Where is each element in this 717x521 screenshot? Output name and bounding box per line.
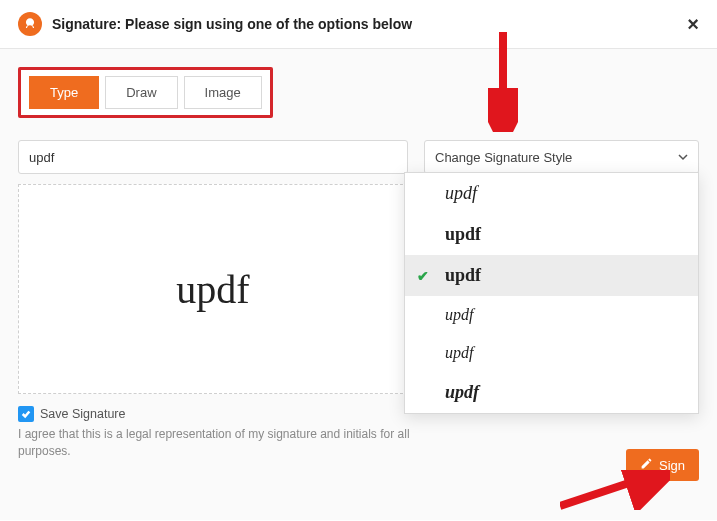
style-option[interactable]: updf — [405, 214, 698, 255]
chevron-down-icon — [678, 150, 688, 165]
signature-preview-text: updf — [176, 266, 249, 313]
save-signature-label: Save Signature — [40, 407, 125, 421]
signature-mode-tabs: Type Draw Image — [18, 67, 273, 118]
style-option[interactable]: updf — [405, 296, 698, 334]
style-option[interactable]: updf — [405, 372, 698, 413]
sign-button[interactable]: Sign — [626, 449, 699, 481]
signature-style-label: Change Signature Style — [435, 150, 572, 165]
signature-preview: updf — [18, 184, 408, 394]
signature-input-row: Change Signature Style — [18, 140, 699, 174]
style-option[interactable]: updf — [405, 334, 698, 372]
dialog-footer: Save Signature I agree that this is a le… — [18, 406, 699, 460]
close-icon[interactable]: × — [687, 14, 699, 34]
edit-icon — [640, 457, 653, 473]
dialog-header: Signature: Please sign using one of the … — [0, 0, 717, 49]
signature-text-input[interactable] — [18, 140, 408, 174]
app-logo-icon — [18, 12, 42, 36]
style-option-selected[interactable]: ✔ updf — [405, 255, 698, 296]
disclaimer-text: I agree that this is a legal representat… — [18, 426, 438, 460]
signature-style-dropdown: updf updf ✔ updf updf updf updf — [404, 172, 699, 414]
tab-image[interactable]: Image — [184, 76, 262, 109]
tab-draw[interactable]: Draw — [105, 76, 177, 109]
style-option[interactable]: updf — [405, 173, 698, 214]
dialog-title: Signature: Please sign using one of the … — [52, 16, 412, 32]
sign-button-label: Sign — [659, 458, 685, 473]
check-icon: ✔ — [417, 267, 429, 284]
tab-type[interactable]: Type — [29, 76, 99, 109]
signature-style-select[interactable]: Change Signature Style — [424, 140, 699, 174]
save-signature-checkbox[interactable] — [18, 406, 34, 422]
